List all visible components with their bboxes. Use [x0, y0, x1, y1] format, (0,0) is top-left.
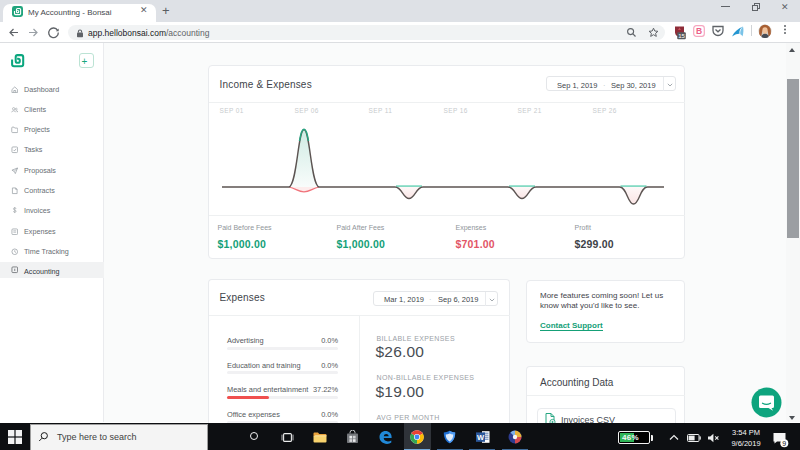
svg-text:B: B: [696, 26, 702, 36]
svg-text:15: 15: [678, 33, 685, 39]
svg-text:W: W: [476, 432, 484, 441]
svg-text:9: 9: [782, 440, 786, 447]
